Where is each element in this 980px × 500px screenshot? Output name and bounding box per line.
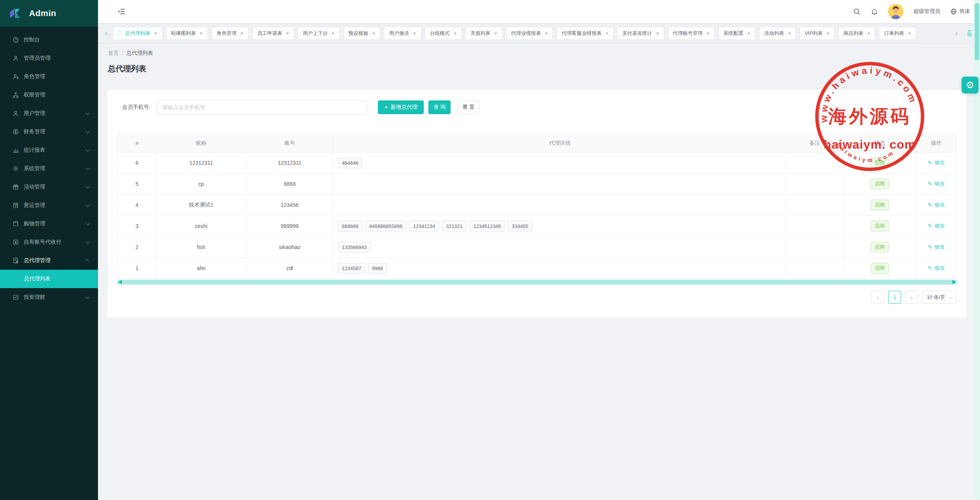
language-switcher[interactable]: 简体: [950, 8, 970, 15]
reset-button[interactable]: 重 置: [457, 100, 480, 114]
tab-0[interactable]: 总代理列表×: [113, 27, 162, 40]
edit-button[interactable]: ✎修改: [928, 180, 945, 187]
close-icon[interactable]: ×: [545, 31, 548, 36]
close-icon[interactable]: ×: [656, 31, 659, 36]
tab-2[interactable]: 角色管理×: [212, 27, 248, 40]
sidebar-item-8[interactable]: 活动管理: [0, 178, 98, 196]
sidebar-item-6[interactable]: 统计报表: [0, 141, 98, 159]
sidebar-item-5[interactable]: 财务管理: [0, 123, 98, 141]
sidebar-item-10[interactable]: 购物管理: [0, 215, 98, 233]
edit-button[interactable]: ✎修改: [928, 244, 945, 251]
tab-1[interactable]: 轮播图列表×: [166, 27, 208, 40]
add-agent-button[interactable]: + 新增总代理: [378, 100, 424, 114]
tab-14[interactable]: 活动列表×: [759, 27, 796, 40]
tab-8[interactable]: 充值列表×: [466, 27, 502, 40]
chevron-down-icon: [86, 203, 90, 207]
pencil-icon: ✎: [928, 159, 933, 166]
tab-17[interactable]: 订单列表×: [879, 27, 916, 40]
tab-10[interactable]: 代理客服业绩报表×: [557, 27, 613, 40]
tabs-scroll-right-icon[interactable]: ›: [954, 29, 959, 38]
agent-tag: 1234512345: [469, 221, 505, 231]
edit-button[interactable]: ✎修改: [928, 202, 945, 208]
cell-nickname: fish: [156, 237, 246, 258]
tab-7[interactable]: 分组模式×: [425, 27, 462, 40]
pencil-icon: ✎: [928, 244, 933, 251]
close-icon[interactable]: ×: [908, 31, 911, 36]
tab-12[interactable]: 代理账号管理×: [668, 27, 715, 40]
sidebar-item-13[interactable]: 投资理财: [0, 288, 98, 307]
status-badge: 启用: [871, 200, 889, 210]
sidebar-item-4[interactable]: 用户管理: [0, 104, 98, 123]
close-icon[interactable]: ×: [605, 31, 608, 36]
breadcrumb-home[interactable]: 首页: [108, 50, 119, 57]
cell-agent-details: 464646: [333, 152, 786, 174]
current-user-name[interactable]: 超级管理员: [913, 8, 940, 15]
close-icon[interactable]: ×: [826, 31, 830, 36]
sidebar-item-7[interactable]: 系统管理: [0, 159, 98, 178]
sidebar-item-3[interactable]: 权限管理: [0, 86, 98, 104]
tab-9[interactable]: 代理业绩报表×: [506, 27, 553, 40]
close-icon[interactable]: ×: [332, 31, 335, 36]
vertical-scrollbar[interactable]: [974, 0, 980, 500]
close-icon[interactable]: ×: [454, 31, 457, 36]
scrollbar-thumb[interactable]: [975, 3, 979, 61]
close-icon[interactable]: ×: [707, 31, 710, 36]
close-icon[interactable]: ×: [788, 31, 791, 36]
tab-3[interactable]: 员工申请表×: [252, 27, 294, 40]
filter-bar: 会员手机号: + 新增总代理 查 询 重 置: [122, 100, 957, 115]
bell-icon[interactable]: [871, 8, 878, 15]
pagination-prev-button[interactable]: ‹: [871, 291, 884, 304]
scroll-left-arrow-icon[interactable]: [118, 280, 122, 284]
sidebar-menu: 控制台管理员管理角色管理权限管理用户管理财务管理统计报表系统管理活动管理营运管理…: [0, 27, 98, 307]
close-icon[interactable]: ×: [200, 31, 203, 36]
tab-16[interactable]: 商品列表×: [838, 27, 875, 40]
close-icon[interactable]: ×: [286, 31, 289, 36]
tab-label: 代理业绩报表: [511, 30, 541, 37]
cell-index: 3: [118, 216, 157, 237]
close-icon[interactable]: ×: [494, 31, 497, 36]
sidebar-item-2[interactable]: 角色管理: [0, 67, 98, 86]
sidebar-item-0[interactable]: 控制台: [0, 31, 98, 49]
tab-15[interactable]: VIP列表×: [800, 27, 835, 40]
tab-6[interactable]: 用户激活×: [384, 27, 421, 40]
column-header: 备注: [786, 134, 843, 152]
pagination-next-button[interactable]: ›: [905, 291, 918, 304]
close-icon[interactable]: ×: [154, 31, 157, 36]
cell-agent-details: 12345679988: [333, 258, 786, 279]
edit-button[interactable]: ✎修改: [928, 265, 945, 272]
close-icon[interactable]: ×: [867, 31, 870, 36]
tab-label: 活动列表: [764, 30, 784, 37]
sidebar-item-11[interactable]: 自有账号代收付: [0, 233, 98, 251]
close-icon[interactable]: ×: [747, 31, 750, 36]
sidebar-item-1[interactable]: 管理员管理: [0, 49, 98, 67]
scroll-right-arrow-icon[interactable]: [952, 280, 956, 284]
close-icon[interactable]: ×: [372, 31, 375, 36]
collapse-menu-icon[interactable]: [117, 7, 126, 16]
avatar[interactable]: [888, 4, 903, 19]
pagination-page-1-button[interactable]: 1: [888, 291, 901, 304]
sidebar-subitem[interactable]: 总代理列表: [0, 270, 98, 288]
tab-label: 员工申请表: [257, 30, 282, 37]
horizontal-scrollbar[interactable]: [118, 280, 957, 285]
sidebar-item-12[interactable]: 总代理管理: [0, 251, 98, 270]
tab-4[interactable]: 用户上下分×: [298, 27, 340, 40]
tab-13[interactable]: 系统配置×: [719, 27, 755, 40]
close-icon[interactable]: ×: [240, 31, 243, 36]
close-icon[interactable]: ×: [413, 31, 416, 36]
chevron-down-icon: [86, 111, 90, 115]
edit-button[interactable]: ✎修改: [928, 223, 945, 230]
tab-11[interactable]: 支付渠道统计×: [617, 27, 664, 40]
settings-gear-button[interactable]: ⚙: [962, 77, 978, 93]
tab-label: 角色管理: [217, 30, 237, 37]
search-icon[interactable]: [853, 8, 861, 15]
cell-agent-details: 133566943: [333, 237, 786, 258]
member-phone-input[interactable]: [157, 100, 367, 115]
page-size-select[interactable]: 10 条/页: [922, 291, 957, 304]
breadcrumb-separator: /: [122, 50, 123, 56]
search-button[interactable]: 查 询: [428, 100, 451, 114]
tab-5[interactable]: 预设模板×: [343, 27, 380, 40]
tabs-scroll-left-icon[interactable]: ‹: [103, 29, 109, 38]
sidebar-item-9[interactable]: 营运管理: [0, 196, 98, 215]
edit-button[interactable]: ✎修改: [928, 159, 945, 166]
finance-icon: [12, 128, 19, 135]
